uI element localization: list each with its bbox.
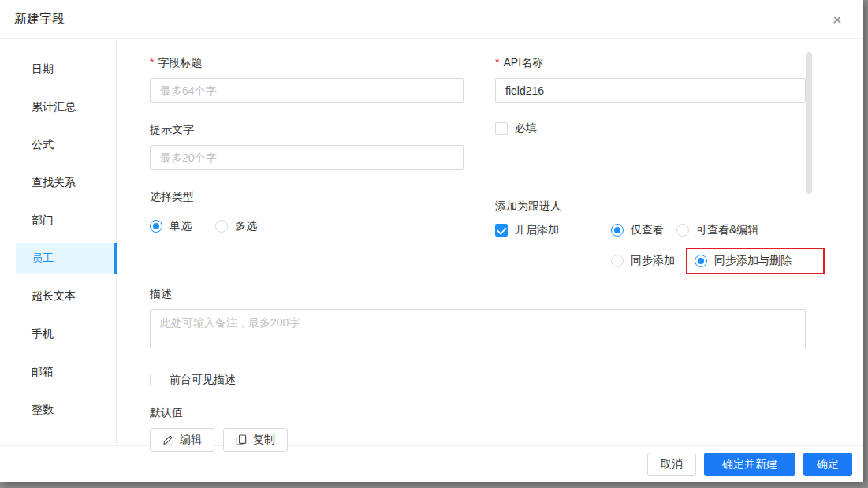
sidebar-item-employee[interactable]: 员工 — [16, 243, 116, 274]
sync-behavior-radio-group: 同步添加 同步添加与删除 — [611, 248, 825, 274]
required-asterisk: * — [150, 54, 154, 71]
sidebar-item-label: 手机 — [32, 327, 54, 341]
form-content: * 字段标题 * API名称 — [117, 39, 863, 445]
required-group: 必填 — [495, 121, 806, 136]
follower-radio-groups: 仅查看 可查看&编辑 — [611, 220, 825, 274]
checkbox-icon — [495, 122, 508, 135]
description-textarea[interactable] — [150, 309, 806, 348]
radio-label: 同步添加 — [631, 254, 675, 268]
api-name-input[interactable] — [495, 78, 806, 103]
required-checkbox-label: 必填 — [515, 121, 537, 136]
required-asterisk: * — [495, 54, 499, 71]
api-name-group: * API名称 — [495, 54, 806, 103]
radio-label: 单选 — [170, 219, 192, 233]
confirm-and-new-button[interactable]: 确定并新建 — [704, 453, 795, 476]
front-visible-checkbox[interactable]: 前台可见描述 — [150, 373, 806, 387]
sidebar-item-department[interactable]: 部门 — [16, 205, 116, 237]
front-visible-label: 前台可见描述 — [170, 373, 236, 387]
dialog-header: 新建字段 × — [0, 0, 863, 39]
copy-button-label: 复制 — [253, 433, 275, 447]
dialog-title: 新建字段 — [14, 11, 65, 28]
sidebar-item-long-text[interactable]: 超长文本 — [16, 281, 116, 312]
confirm-button[interactable]: 确定 — [803, 453, 852, 476]
cancel-button[interactable]: 取消 — [647, 453, 696, 476]
radio-icon — [676, 224, 689, 237]
radio-label: 可查看&编辑 — [696, 223, 758, 237]
radio-icon — [695, 255, 707, 267]
close-button[interactable]: × — [829, 10, 846, 28]
radio-multi-select[interactable]: 多选 — [215, 219, 257, 233]
hint-text-label: 提示文字 — [150, 121, 464, 138]
radio-label: 仅查看 — [631, 223, 664, 237]
radio-label: 多选 — [235, 219, 257, 233]
radio-label: 同步添加与删除 — [714, 254, 792, 268]
field-title-label: * 字段标题 — [150, 54, 464, 71]
radio-sync-add[interactable]: 同步添加 — [611, 254, 675, 268]
content-scrollbar[interactable] — [806, 52, 812, 194]
radio-icon — [215, 220, 228, 233]
sidebar-item-integer[interactable]: 整数 — [16, 394, 116, 426]
new-field-dialog: 新建字段 × 日期 累计汇总 公式 查找关系 部门 员工 超长文本 手机 邮箱 … — [0, 0, 863, 482]
sidebar-item-label: 日期 — [32, 62, 54, 76]
radio-icon — [611, 255, 624, 267]
radio-view-and-edit[interactable]: 可查看&编辑 — [676, 223, 758, 237]
select-type-label: 选择类型 — [150, 188, 464, 205]
sidebar-item-label: 超长文本 — [32, 289, 76, 304]
edit-button-label: 编辑 — [180, 433, 202, 447]
sidebar-item-email[interactable]: 邮箱 — [16, 356, 116, 388]
close-icon: × — [833, 11, 842, 28]
required-checkbox[interactable]: 必填 — [495, 121, 806, 136]
sidebar-item-label: 邮箱 — [32, 365, 54, 379]
sidebar-item-label: 整数 — [32, 403, 54, 417]
checkbox-icon — [150, 374, 162, 386]
radio-icon — [150, 220, 162, 233]
field-type-sidebar: 日期 累计汇总 公式 查找关系 部门 员工 超长文本 手机 邮箱 整数 — [0, 39, 117, 445]
sidebar-item-label: 查找关系 — [32, 176, 76, 190]
radio-view-only[interactable]: 仅查看 — [611, 223, 664, 237]
description-group: 描述 — [150, 285, 806, 352]
default-value-label: 默认值 — [150, 404, 806, 421]
field-title-group: * 字段标题 — [150, 54, 464, 103]
radio-single-select[interactable]: 单选 — [150, 219, 192, 233]
sidebar-item-lookup-relation[interactable]: 查找关系 — [16, 167, 116, 199]
checkbox-checked-icon — [495, 224, 508, 237]
pencil-icon — [162, 434, 173, 445]
red-highlight-annotation: 同步添加与删除 — [686, 248, 825, 274]
api-name-label: * API名称 — [495, 54, 806, 71]
copy-default-button[interactable]: 复制 — [223, 428, 288, 452]
sidebar-item-label: 部门 — [32, 214, 54, 228]
radio-sync-add-delete[interactable]: 同步添加与删除 — [695, 254, 792, 268]
sidebar-item-label: 累计汇总 — [32, 100, 76, 114]
sidebar-item-label: 员工 — [32, 251, 54, 266]
sidebar-item-label: 公式 — [32, 138, 54, 152]
select-type-group: 选择类型 单选 多选 — [150, 188, 464, 233]
enable-add-label: 开启添加 — [515, 223, 559, 237]
hint-text-group: 提示文字 — [150, 121, 464, 170]
radio-icon — [611, 224, 624, 237]
sidebar-item-formula[interactable]: 公式 — [16, 129, 116, 161]
sidebar-item-mobile[interactable]: 手机 — [16, 319, 116, 350]
follower-label: 添加为跟进人 — [495, 197, 806, 214]
default-value-group: 默认值 编辑 — [150, 404, 806, 452]
enable-add-checkbox[interactable]: 开启添加 — [495, 223, 611, 237]
follower-group: 添加为跟进人 开启添加 仅查看 — [495, 188, 806, 274]
hint-text-input[interactable] — [150, 145, 464, 170]
sidebar-item-date[interactable]: 日期 — [16, 54, 116, 85]
edit-default-button[interactable]: 编辑 — [150, 428, 214, 452]
view-permission-radio-group: 仅查看 可查看&编辑 — [611, 223, 825, 237]
copy-icon — [236, 434, 247, 445]
description-label: 描述 — [150, 285, 806, 302]
sidebar-item-rollup-summary[interactable]: 累计汇总 — [16, 91, 116, 123]
field-title-input[interactable] — [150, 78, 464, 103]
